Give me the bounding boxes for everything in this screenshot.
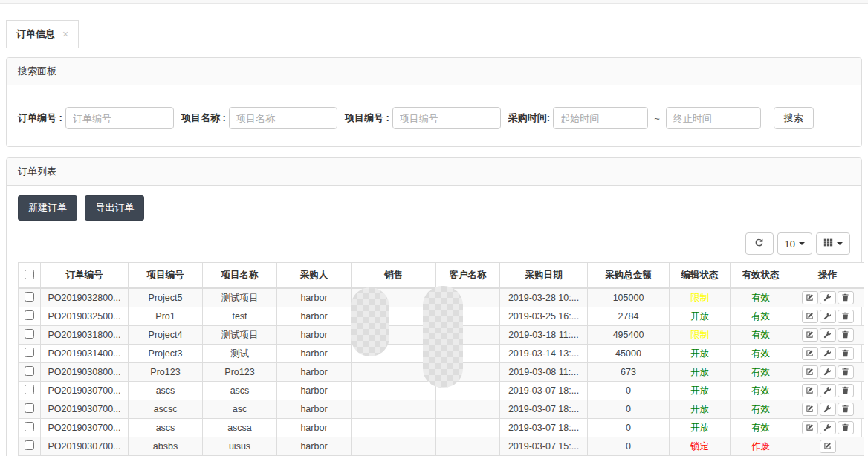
page-size-dropdown[interactable]: 10 [777,232,812,255]
select-all-checkbox[interactable] [25,270,34,279]
project-name-input[interactable] [229,107,337,129]
edit-button[interactable] [802,421,818,434]
edit-icon [806,404,814,415]
wrench-button[interactable] [820,365,836,379]
row-checkbox[interactable] [25,310,34,320]
order-no-input[interactable] [65,107,174,129]
edit-button[interactable] [802,291,818,304]
trash-icon [841,404,849,415]
wrench-button[interactable] [820,310,836,323]
start-time-input[interactable] [553,107,648,129]
amount-cell: 0 [588,400,670,419]
project-no-input[interactable] [392,107,501,129]
column-header: 采购日期 [500,263,588,289]
wrench-icon [823,367,832,378]
edit-button[interactable] [802,384,818,397]
edit-status: 开放 [690,311,709,322]
amount-cell: 0 [588,437,670,456]
project-name-cell: uisus [203,437,277,456]
trash-button[interactable] [838,310,854,323]
purchase-date-cell: 2019-03-14 13:... [500,345,588,363]
row-checkbox[interactable] [25,403,34,413]
wrench-button[interactable] [820,347,836,360]
edit-button[interactable] [802,347,818,360]
edit-status-cell: 开放 [670,345,731,363]
column-header: 编辑状态 [670,263,731,289]
project-no-cell: Project4 [129,326,203,345]
trash-button[interactable] [838,365,854,379]
wrench-button[interactable] [820,421,836,434]
wrench-button[interactable] [820,403,836,416]
search-button[interactable]: 搜索 [774,107,814,129]
wrench-button[interactable] [820,328,836,342]
row-checkbox[interactable] [25,348,34,357]
column-header: 项目名称 [203,263,277,289]
edit-button[interactable] [802,403,818,416]
edit-status-cell: 开放 [670,363,731,382]
new-order-button[interactable]: 新建订单 [18,195,77,221]
column-header: 操作 [791,263,864,289]
column-header: 采购人 [277,263,352,289]
edit-icon [806,330,814,341]
purchaser-cell: harbor [277,307,352,326]
row-checkbox[interactable] [25,366,34,376]
trash-button[interactable] [838,347,854,360]
refresh-button[interactable] [745,232,774,255]
trash-button[interactable] [838,291,854,304]
edit-status-cell: 开放 [670,307,731,326]
tab-order-info[interactable]: 订单信息 × [6,20,79,48]
edit-status: 开放 [690,423,709,433]
edit-status-cell: 限制 [670,326,731,345]
row-checkbox[interactable] [25,385,34,394]
table-row: PO2019030700...absbsuisusharbor2019-03-0… [19,437,864,456]
edit-icon [806,348,814,359]
table-toolbar: 10 [18,232,850,255]
trash-button[interactable] [838,421,854,434]
project-name-cell: 测试项目 [203,326,277,345]
valid-status: 有效 [751,311,770,322]
purchase-date-cell: 2019-03-08 11:... [500,363,588,382]
trash-icon [841,330,849,341]
valid-status: 有效 [751,348,770,359]
columns-dropdown[interactable] [816,232,850,255]
amount-cell: 673 [588,363,670,382]
row-checkbox[interactable] [25,329,34,339]
project-name-cell: Pro123 [203,363,277,382]
export-order-button[interactable]: 导出订单 [85,195,144,221]
valid-status-cell: 有效 [731,400,791,419]
trash-button[interactable] [838,384,854,397]
trash-button[interactable] [838,403,854,416]
valid-status-cell: 有效 [731,419,791,437]
table-row: PO2019030700...ascscascharbor2019-03-07 … [19,400,864,419]
edit-button[interactable] [802,328,818,342]
edit-status-cell: 开放 [670,419,731,437]
edit-button[interactable] [802,310,818,323]
valid-status: 有效 [751,423,770,433]
project-name-cell: 测试项目 [203,288,277,307]
order-table-head-row: 订单编号项目编号项目名称采购人销售客户名称采购日期采购总金额编辑状态有效状态操作 [19,263,864,289]
end-time-input[interactable] [666,107,761,129]
row-checkbox[interactable] [25,422,34,431]
edit-button[interactable] [820,440,836,453]
sales-cell [352,382,436,400]
purchaser-cell: harbor [277,382,352,400]
sales-redaction-blur [351,287,389,356]
valid-status: 作废 [751,441,770,452]
row-checkbox[interactable] [25,440,34,450]
edit-status: 开放 [690,367,709,377]
wrench-icon [823,311,832,322]
edit-button[interactable] [802,365,818,379]
tab-order-info-label: 订单信息 [16,27,55,41]
valid-status-cell: 作废 [731,437,791,456]
time-range-tilde: ~ [654,113,660,124]
wrench-icon [823,423,832,434]
tab-close-icon[interactable]: × [62,30,68,38]
wrench-button[interactable] [820,384,836,397]
project-name-cell: ascsa [203,419,277,437]
purchaser-cell: harbor [277,400,352,419]
valid-status-cell: 有效 [731,288,791,307]
wrench-button[interactable] [820,291,836,304]
row-checkbox[interactable] [25,292,34,302]
trash-button[interactable] [838,328,854,342]
edit-status: 锁定 [690,441,709,452]
